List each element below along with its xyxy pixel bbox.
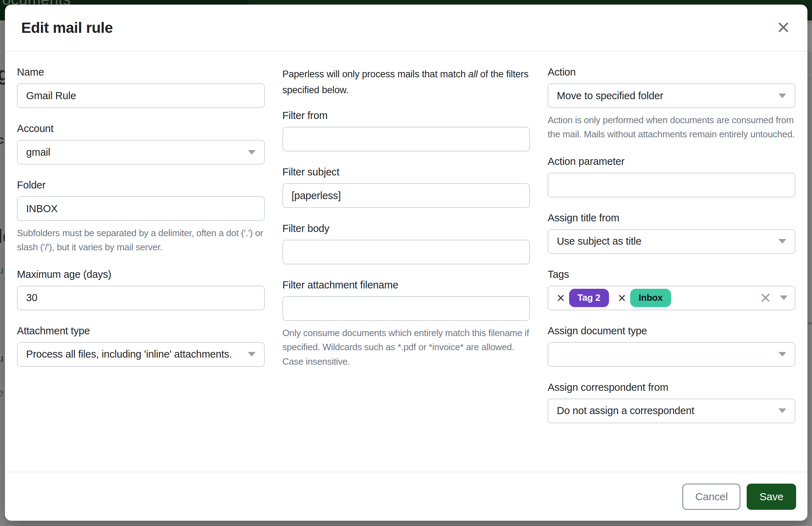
close-icon[interactable]: ✕ xyxy=(774,19,793,36)
field-tags: Tags ×Tag 2×Inbox ✕ xyxy=(548,269,795,310)
correspondent-select[interactable]: Do not assign a correspondent xyxy=(548,399,795,423)
filter-subject-label: Filter subject xyxy=(282,166,530,178)
backdrop-text-fragment: u xyxy=(0,352,4,365)
field-filter-body: Filter body xyxy=(282,223,530,264)
column-middle: Paperless will only process mails that m… xyxy=(282,66,530,472)
filter-body-label: Filter body xyxy=(282,223,530,234)
field-folder: Folder xyxy=(17,179,265,221)
max-age-input[interactable] xyxy=(17,286,265,310)
backdrop-line xyxy=(807,322,812,324)
remove-tag-icon[interactable]: × xyxy=(557,291,565,305)
column-left: Name Account gmail Folder Subfolders mus… xyxy=(17,66,265,472)
dialog-title: Edit mail rule xyxy=(21,19,113,36)
folder-hint: Subfolders must be separated by a delimi… xyxy=(17,226,265,255)
filter-subject-input[interactable] xyxy=(282,183,530,208)
chevron-down-icon xyxy=(778,94,786,98)
tags-label: Tags xyxy=(548,269,795,280)
document-type-label: Assign document type xyxy=(548,325,795,337)
column-right: Action Move to specified folder Action i… xyxy=(548,66,795,472)
backdrop-text-fragment: ld xyxy=(0,225,5,247)
assign-title-label: Assign title from xyxy=(548,212,795,224)
account-selected-value: gmail xyxy=(26,147,242,158)
assign-title-selected-value: Use subject as title xyxy=(557,235,773,247)
field-document-type: Assign document type xyxy=(548,325,795,367)
action-label: Action xyxy=(548,66,795,78)
backdrop-text-fragment: g xyxy=(0,62,5,85)
name-label: Name xyxy=(17,66,265,78)
backdrop-line xyxy=(807,23,812,52)
backdrop-text-fragment: e xyxy=(0,386,4,399)
backdrop-text-fragment: u xyxy=(0,263,4,276)
field-name: Name xyxy=(17,66,265,108)
backdrop-left-strip: gclduue xyxy=(0,20,5,526)
filter-body-input[interactable] xyxy=(282,240,530,264)
folder-input[interactable] xyxy=(17,196,265,221)
name-input[interactable] xyxy=(17,83,265,108)
backdrop-right-strip xyxy=(807,20,812,526)
edit-mail-rule-dialog: Edit mail rule ✕ Name Account gmail Fold… xyxy=(5,5,807,521)
action-select[interactable]: Move to specified folder xyxy=(548,83,795,108)
field-action-parameter: Action parameter xyxy=(548,156,795,197)
field-filter-attachment: Filter attachment filename xyxy=(282,279,530,321)
account-label: Account xyxy=(17,123,265,135)
field-action: Action Move to specified folder xyxy=(548,66,795,108)
chevron-down-icon xyxy=(248,352,256,357)
action-parameter-label: Action parameter xyxy=(548,156,795,167)
correspondent-selected-value: Do not assign a correspondent xyxy=(557,405,773,417)
account-select[interactable]: gmail xyxy=(17,140,265,165)
dialog-footer: Cancel Save xyxy=(5,472,807,521)
tag-chip[interactable]: Inbox xyxy=(630,289,671,307)
attachment-type-selected-value: Process all files, including 'inline' at… xyxy=(26,348,242,360)
backdrop-line xyxy=(807,74,812,75)
tag-chip[interactable]: Tag 2 xyxy=(569,289,609,307)
folder-label: Folder xyxy=(17,179,265,191)
filter-from-label: Filter from xyxy=(282,110,530,121)
filter-from-input[interactable] xyxy=(282,127,530,151)
field-correspondent: Assign correspondent from Do not assign … xyxy=(548,382,795,423)
max-age-label: Maximum age (days) xyxy=(17,269,265,280)
clear-tags-icon[interactable]: ✕ xyxy=(759,291,778,305)
field-assign-title: Assign title from Use subject as title xyxy=(548,212,795,254)
attachment-type-label: Attachment type xyxy=(17,325,265,337)
action-selected-value: Move to specified folder xyxy=(557,90,773,102)
filter-attachment-hint: Only consume documents which entirely ma… xyxy=(282,326,530,369)
attachment-type-select[interactable]: Process all files, including 'inline' at… xyxy=(17,342,265,367)
backdrop-text-fragment: c xyxy=(0,133,4,147)
correspondent-label: Assign correspondent from xyxy=(548,382,795,393)
field-account: Account gmail xyxy=(17,123,265,165)
save-button[interactable]: Save xyxy=(747,484,796,510)
tag-chip-list: ×Tag 2×Inbox xyxy=(557,289,680,307)
filter-attachment-label: Filter attachment filename xyxy=(282,279,530,291)
action-parameter-input[interactable] xyxy=(548,173,795,197)
field-attachment-type: Attachment type Process all files, inclu… xyxy=(17,325,265,367)
chevron-down-icon xyxy=(778,352,786,357)
tags-select[interactable]: ×Tag 2×Inbox ✕ xyxy=(548,286,795,310)
field-max-age: Maximum age (days) xyxy=(17,269,265,310)
field-filter-subject: Filter subject xyxy=(282,166,530,208)
chevron-down-icon xyxy=(778,408,786,413)
assign-title-select[interactable]: Use subject as title xyxy=(548,229,795,254)
filter-attachment-input[interactable] xyxy=(282,296,530,321)
chevron-down-icon xyxy=(778,239,786,244)
chevron-down-icon xyxy=(780,295,788,300)
action-hint: Action is only performed when documents … xyxy=(548,113,795,142)
tag-chip-group: ×Tag 2 xyxy=(557,289,609,307)
filters-intro-text: Paperless will only process mails that m… xyxy=(282,66,530,98)
document-type-select[interactable] xyxy=(548,342,795,367)
cancel-button[interactable]: Cancel xyxy=(682,484,740,510)
dialog-body: Name Account gmail Folder Subfolders mus… xyxy=(5,52,807,472)
dialog-header: Edit mail rule ✕ xyxy=(5,5,807,52)
tag-chip-group: ×Inbox xyxy=(618,289,671,307)
field-filter-from: Filter from xyxy=(282,110,530,151)
chevron-down-icon xyxy=(248,150,256,155)
remove-tag-icon[interactable]: × xyxy=(618,291,626,305)
